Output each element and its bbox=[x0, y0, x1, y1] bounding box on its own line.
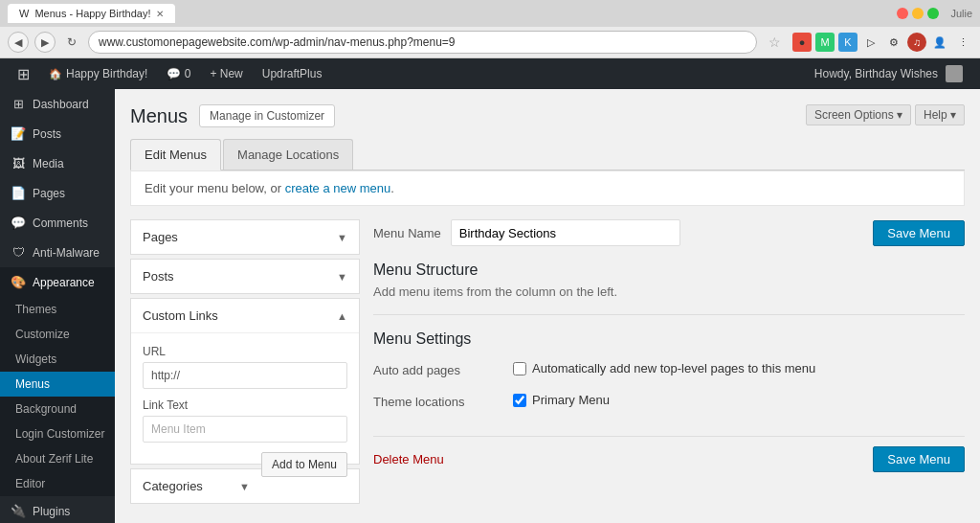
appearance-submenu: Themes Customize Widgets Menus Backgroun… bbox=[0, 297, 115, 496]
accordion-custom-links-body: URL Link Text Add to Menu bbox=[131, 332, 359, 464]
save-menu-button-top[interactable]: Save Menu bbox=[873, 220, 965, 246]
save-menu-button-footer[interactable]: Save Menu bbox=[873, 446, 965, 472]
back-button[interactable]: ◀ bbox=[8, 32, 29, 53]
tab-edit-menus[interactable]: Edit Menus bbox=[130, 139, 221, 171]
tab-manage-locations[interactable]: Manage Locations bbox=[223, 139, 353, 170]
browser-controls: ◀ ▶ ↻ www.customonepagewebsite.com/wp-ad… bbox=[0, 27, 980, 57]
window-minimize-btn[interactable] bbox=[912, 8, 924, 19]
theme-locations-checkbox-row: Primary Menu bbox=[513, 393, 965, 407]
forward-button[interactable]: ▶ bbox=[34, 32, 56, 53]
pages-icon: 📄 bbox=[10, 186, 27, 200]
menu-name-input[interactable] bbox=[451, 219, 680, 246]
customize-label: Customize bbox=[15, 328, 70, 341]
toolbar-icon-3[interactable]: K bbox=[838, 33, 858, 52]
auto-add-pages-checkbox[interactable] bbox=[513, 362, 526, 375]
appearance-icon: 🎨 bbox=[10, 275, 27, 289]
themes-label: Themes bbox=[15, 303, 56, 316]
admin-bar-right: Howdy, Birthday Wishes bbox=[805, 58, 972, 89]
admin-bar-comments[interactable]: 💬 0 bbox=[157, 58, 200, 89]
sidebar-item-login-customizer[interactable]: Login Customizer bbox=[0, 421, 115, 446]
accordion-custom-links-header[interactable]: Custom Links ▲ bbox=[131, 299, 359, 332]
sidebar-item-editor[interactable]: Editor bbox=[0, 471, 115, 496]
divider bbox=[373, 314, 965, 315]
sidebar-item-customize[interactable]: Customize bbox=[0, 322, 115, 347]
toolbar-icon-8[interactable]: ⋮ bbox=[953, 33, 972, 52]
accordion-posts-header[interactable]: Posts ▼ bbox=[131, 260, 359, 293]
auto-add-pages-value: Automatically add new top-level pages to… bbox=[513, 361, 965, 375]
toolbar-icon-1[interactable]: ● bbox=[792, 33, 812, 52]
refresh-icon[interactable]: ↻ bbox=[61, 32, 82, 53]
sidebar-item-comments[interactable]: 💬 Comments bbox=[0, 208, 115, 238]
browser-titlebar: W Menus - Happy Birthday! ✕ Julie bbox=[0, 0, 980, 27]
bookmark-icon[interactable]: ☆ bbox=[768, 34, 781, 50]
url-bar[interactable]: www.customonepagewebsite.com/wp-admin/na… bbox=[88, 31, 757, 54]
menu-settings-title: Menu Settings bbox=[373, 330, 965, 348]
admin-bar-howdy[interactable]: Howdy, Birthday Wishes bbox=[805, 58, 972, 89]
sidebar-item-dashboard[interactable]: ⊞ Dashboard bbox=[0, 89, 115, 119]
accordion-categories-header[interactable]: Categories ▼ bbox=[131, 469, 261, 503]
create-new-menu-link[interactable]: create a new menu bbox=[285, 181, 391, 195]
sidebar-item-media[interactable]: 🖼 Media bbox=[0, 148, 115, 178]
admin-bar-plugin[interactable]: UpdraftPlus bbox=[253, 58, 332, 89]
toolbar-icon-4[interactable]: ▷ bbox=[861, 33, 880, 52]
sidebar-item-background[interactable]: Background bbox=[0, 397, 115, 421]
sidebar-label-anti-malware: Anti-Malware bbox=[33, 246, 100, 260]
page-header-container: Menus Manage in Customizer Screen Option… bbox=[130, 104, 965, 127]
theme-locations-checkbox[interactable] bbox=[513, 394, 526, 407]
sidebar-item-plugins[interactable]: 🔌 Plugins bbox=[0, 496, 115, 523]
accordion-categories-arrow: ▼ bbox=[239, 481, 250, 492]
screen-options-button[interactable]: Screen Options ▾ bbox=[806, 104, 911, 125]
login-customizer-label: Login Customizer bbox=[15, 427, 104, 441]
admin-bar-new[interactable]: + New bbox=[200, 58, 252, 89]
add-to-menu-button[interactable]: Add to Menu bbox=[261, 452, 347, 477]
help-button[interactable]: Help ▾ bbox=[915, 104, 965, 125]
nav-tabs: Edit Menus Manage Locations bbox=[130, 139, 965, 171]
sidebar-item-anti-malware[interactable]: 🛡 Anti-Malware bbox=[0, 238, 115, 267]
wp-logo-icon: ⊞ bbox=[17, 65, 30, 83]
window-close-btn[interactable] bbox=[897, 8, 908, 19]
window-maximize-btn[interactable] bbox=[927, 8, 939, 19]
sidebar-item-posts[interactable]: 📝 Posts bbox=[0, 119, 115, 148]
accordion-custom-links-arrow: ▲ bbox=[337, 310, 347, 322]
admin-bar-site-name[interactable]: 🏠 Happy Birthday! bbox=[39, 58, 157, 89]
link-text-label: Link Text bbox=[143, 398, 347, 412]
delete-menu-link[interactable]: Delete Menu bbox=[373, 452, 444, 466]
sidebar-item-appearance[interactable]: 🎨 Appearance bbox=[0, 267, 115, 297]
browser-tab[interactable]: W Menus - Happy Birthday! ✕ bbox=[8, 4, 175, 23]
toolbar-icon-5[interactable]: ⚙ bbox=[884, 33, 903, 52]
accordion-posts-label: Posts bbox=[143, 269, 174, 284]
theme-locations-row: Theme locations Primary Menu bbox=[373, 385, 965, 417]
main-content: Menus Manage in Customizer Screen Option… bbox=[115, 89, 980, 523]
url-label: URL bbox=[143, 345, 347, 358]
sidebar-item-menus[interactable]: Menus bbox=[0, 372, 115, 397]
sidebar-label-pages: Pages bbox=[33, 187, 65, 200]
widgets-label: Widgets bbox=[15, 352, 56, 366]
menus-label: Menus bbox=[15, 377, 50, 391]
menu-name-bar: Menu Name Save Menu bbox=[373, 219, 965, 246]
manage-customizer-button[interactable]: Manage in Customizer bbox=[199, 104, 335, 127]
tab-close-icon[interactable]: ✕ bbox=[156, 9, 164, 19]
about-zerif-label: About Zerif Lite bbox=[15, 452, 93, 466]
auto-add-pages-row: Auto add pages Automatically add new top… bbox=[373, 353, 965, 385]
sidebar-item-widgets[interactable]: Widgets bbox=[0, 347, 115, 372]
plugin-label: UpdraftPlus bbox=[262, 67, 323, 80]
accordion-categories-label: Categories bbox=[143, 479, 203, 493]
anti-malware-icon: 🛡 bbox=[10, 245, 27, 260]
toolbar-icon-2[interactable]: M bbox=[815, 33, 835, 52]
right-panel: Menu Name Save Menu Menu Structure Add m… bbox=[373, 219, 965, 508]
theme-locations-desc: Primary Menu bbox=[532, 393, 610, 407]
wp-admin-bar: ⊞ 🏠 Happy Birthday! 💬 0 + New UpdraftPlu… bbox=[0, 58, 980, 89]
admin-bar-wp-logo[interactable]: ⊞ bbox=[8, 58, 39, 89]
sidebar-item-about-zerif[interactable]: About Zerif Lite bbox=[0, 446, 115, 471]
user-avatar bbox=[946, 65, 963, 82]
toolbar-icon-7[interactable]: 👤 bbox=[930, 33, 949, 52]
sidebar-item-pages[interactable]: 📄 Pages bbox=[0, 178, 115, 208]
sidebar-item-themes[interactable]: Themes bbox=[0, 297, 115, 322]
menu-structure-section: Menu Structure Add menu items from the c… bbox=[373, 262, 965, 299]
toolbar-icon-6[interactable]: ♫ bbox=[907, 33, 926, 52]
background-label: Background bbox=[15, 402, 77, 416]
link-text-input[interactable] bbox=[143, 416, 347, 443]
accordion-pages-header[interactable]: Pages ▼ bbox=[131, 220, 359, 254]
url-input[interactable] bbox=[143, 362, 347, 389]
menu-structure-desc: Add menu items from the column on the le… bbox=[373, 284, 965, 299]
